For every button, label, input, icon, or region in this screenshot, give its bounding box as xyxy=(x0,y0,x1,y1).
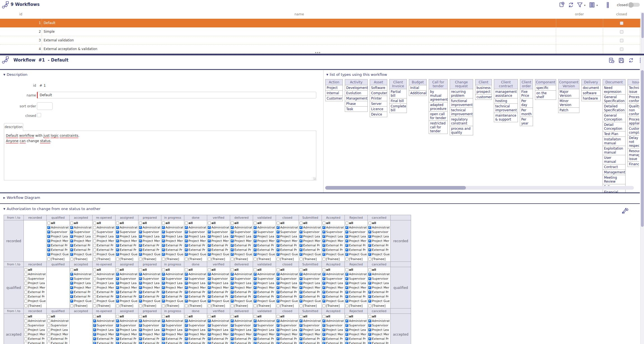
checked-checkbox[interactable] xyxy=(277,319,280,322)
checked-checkbox[interactable] xyxy=(345,239,348,242)
checked-checkbox[interactable] xyxy=(345,286,348,289)
checked-checkbox[interactable] xyxy=(299,277,303,280)
checked-checkbox[interactable] xyxy=(185,253,188,256)
checked-checkbox[interactable] xyxy=(368,342,371,344)
checked-checkbox[interactable] xyxy=(231,282,234,285)
unchecked-checkbox[interactable] xyxy=(277,258,280,261)
checked-checkbox[interactable] xyxy=(139,239,142,242)
checked-checkbox[interactable] xyxy=(139,324,142,327)
checked-checkbox[interactable] xyxy=(299,273,303,276)
checked-checkbox[interactable] xyxy=(231,244,234,247)
unchecked-checkbox[interactable] xyxy=(93,226,96,229)
unchecked-checkbox[interactable] xyxy=(162,222,165,225)
checked-checkbox[interactable] xyxy=(162,342,165,344)
checked-checkbox[interactable] xyxy=(368,337,371,340)
checked-checkbox[interactable] xyxy=(322,295,325,298)
checked-checkbox[interactable] xyxy=(116,342,119,344)
checked-checkbox[interactable] xyxy=(322,244,325,247)
checked-checkbox[interactable] xyxy=(231,277,234,280)
types-scrollbar-thumb[interactable] xyxy=(325,186,466,190)
unchecked-checkbox[interactable] xyxy=(345,304,348,307)
checked-checkbox[interactable] xyxy=(277,295,280,298)
checked-checkbox[interactable] xyxy=(254,230,257,234)
checked-checkbox[interactable] xyxy=(93,319,96,322)
checklist-clock-icon[interactable] xyxy=(608,57,615,63)
checked-checkbox[interactable] xyxy=(47,226,50,229)
checked-checkbox[interactable] xyxy=(116,300,119,303)
unchecked-checkbox[interactable] xyxy=(93,239,96,242)
section-types[interactable]: ▼list of types using this workflow xyxy=(326,72,387,77)
unchecked-checkbox[interactable] xyxy=(70,258,73,261)
unchecked-checkbox[interactable] xyxy=(299,268,303,271)
checked-checkbox[interactable] xyxy=(277,226,280,229)
unchecked-checkbox[interactable] xyxy=(139,268,142,271)
checked-checkbox[interactable] xyxy=(345,319,348,322)
checked-checkbox[interactable] xyxy=(116,230,119,234)
unchecked-checkbox[interactable] xyxy=(93,315,96,318)
checked-checkbox[interactable] xyxy=(139,230,142,234)
checked-checkbox[interactable] xyxy=(139,248,142,251)
unchecked-checkbox[interactable] xyxy=(231,315,234,318)
checked-checkbox[interactable] xyxy=(116,273,119,276)
checked-checkbox[interactable] xyxy=(368,239,371,242)
checked-checkbox[interactable] xyxy=(116,286,119,289)
checked-checkbox[interactable] xyxy=(368,319,371,322)
resize-grip-icon[interactable] xyxy=(313,177,316,180)
unchecked-checkbox[interactable] xyxy=(277,268,280,271)
checked-checkbox[interactable] xyxy=(116,295,119,298)
unchecked-checkbox[interactable] xyxy=(24,282,27,285)
unchecked-checkbox[interactable] xyxy=(24,291,27,294)
unchecked-checkbox[interactable] xyxy=(254,315,257,318)
unchecked-checkbox[interactable] xyxy=(24,315,27,318)
checked-checkbox[interactable] xyxy=(185,328,188,331)
checked-checkbox[interactable] xyxy=(70,300,73,303)
unchecked-checkbox[interactable] xyxy=(24,304,27,307)
unchecked-checkbox[interactable] xyxy=(208,222,211,225)
unchecked-checkbox[interactable] xyxy=(24,286,27,289)
columns-icon[interactable] xyxy=(589,2,595,8)
checked-checkbox[interactable] xyxy=(162,277,165,280)
unchecked-checkbox[interactable] xyxy=(116,304,119,307)
cell-closed-checkbox[interactable] xyxy=(620,30,623,34)
types-horizontal-scrollbar[interactable] xyxy=(325,186,634,190)
checked-checkbox[interactable] xyxy=(185,319,188,322)
checked-checkbox[interactable] xyxy=(208,337,211,340)
unchecked-checkbox[interactable] xyxy=(47,328,50,331)
checked-checkbox[interactable] xyxy=(139,282,142,285)
checked-checkbox[interactable] xyxy=(277,277,280,280)
checked-checkbox[interactable] xyxy=(277,244,280,247)
checked-checkbox[interactable] xyxy=(345,273,348,276)
checked-checkbox[interactable] xyxy=(116,277,119,280)
checked-checkbox[interactable] xyxy=(254,333,257,336)
checked-checkbox[interactable] xyxy=(277,230,280,234)
checked-checkbox[interactable] xyxy=(185,282,188,285)
checked-checkbox[interactable] xyxy=(139,253,142,256)
unchecked-checkbox[interactable] xyxy=(24,319,27,322)
unchecked-checkbox[interactable] xyxy=(162,268,165,271)
unchecked-checkbox[interactable] xyxy=(47,222,50,225)
unchecked-checkbox[interactable] xyxy=(70,304,73,307)
checked-checkbox[interactable] xyxy=(254,342,257,344)
checked-checkbox[interactable] xyxy=(254,286,257,289)
checked-checkbox[interactable] xyxy=(185,324,188,327)
cell-closed-checkbox[interactable] xyxy=(620,22,623,25)
unchecked-checkbox[interactable] xyxy=(70,222,73,225)
unchecked-checkbox[interactable] xyxy=(231,268,234,271)
checked-checkbox[interactable] xyxy=(208,295,211,298)
checked-checkbox[interactable] xyxy=(322,239,325,242)
checked-checkbox[interactable] xyxy=(254,300,257,303)
checked-checkbox[interactable] xyxy=(345,235,348,238)
grid-vertical-scrollbar[interactable] xyxy=(641,12,644,54)
unchecked-checkbox[interactable] xyxy=(185,304,188,307)
checked-checkbox[interactable] xyxy=(116,235,119,238)
checked-checkbox[interactable] xyxy=(185,295,188,298)
checked-checkbox[interactable] xyxy=(299,244,303,247)
checked-checkbox[interactable] xyxy=(277,328,280,331)
checked-checkbox[interactable] xyxy=(254,291,257,294)
checked-checkbox[interactable] xyxy=(139,328,142,331)
unchecked-checkbox[interactable] xyxy=(24,333,27,336)
unchecked-checkbox[interactable] xyxy=(93,291,96,294)
checked-checkbox[interactable] xyxy=(345,244,348,247)
unchecked-checkbox[interactable] xyxy=(139,258,142,261)
unchecked-checkbox[interactable] xyxy=(254,268,257,271)
